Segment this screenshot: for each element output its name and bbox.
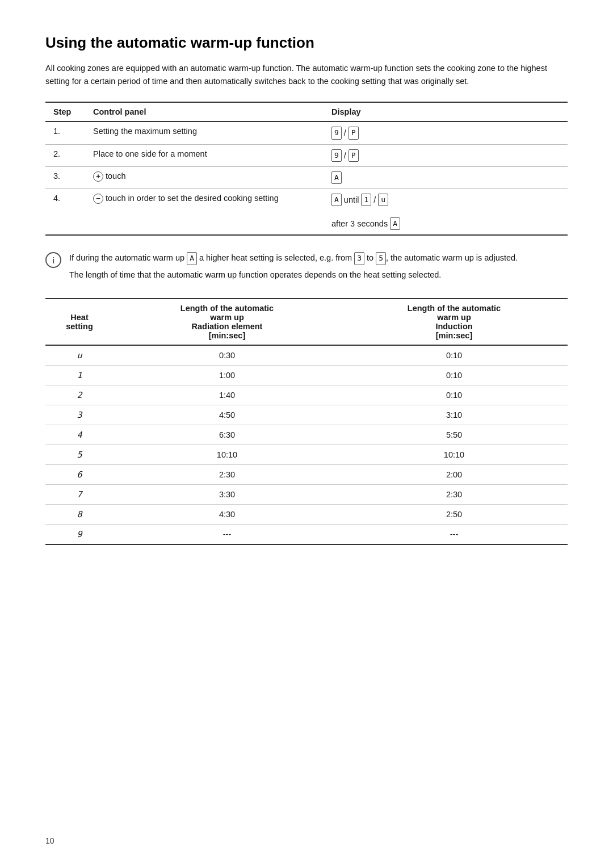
display-icon-1: 1 [361, 194, 371, 206]
radiation-value: 3:30 [114, 485, 341, 505]
table-row: 4. − touch in order to set the desired c… [45, 188, 568, 235]
info-icon: i [45, 252, 61, 268]
table-row: 1. Setting the maximum setting 9 / P [45, 121, 568, 144]
display-icon-Pb: P [349, 149, 359, 162]
page-number: 10 [45, 836, 54, 845]
plus-operator: + [93, 171, 103, 182]
radiation-value: 10:10 [114, 445, 341, 465]
step-number: 3. [45, 166, 85, 188]
step-display: A [324, 166, 568, 188]
table-row: 3. + touch A [45, 166, 568, 188]
info-box: i If during the automatic warm up A a hi… [45, 251, 568, 282]
heat-setting-value: 5 [45, 445, 114, 465]
display-icon-9: 9 [331, 127, 342, 139]
step-number: 2. [45, 144, 85, 166]
display-icon-A: A [331, 171, 342, 184]
display-icon-A2: A [331, 194, 342, 206]
step-number: 4. [45, 188, 85, 235]
heat-header-induction: Length of the automaticwarm upInduction[… [341, 299, 568, 345]
step-display: A until 1 / u after 3 seconds A [324, 188, 568, 235]
step-display: 9 / P [324, 144, 568, 166]
steps-header-control: Control panel [85, 102, 324, 121]
table-row: 5 10:10 10:10 [45, 445, 568, 465]
heat-setting-value: 7 [45, 485, 114, 505]
table-row: 9 --- --- [45, 525, 568, 545]
display-icon-9b: 9 [331, 149, 342, 162]
step-control: Setting the maximum setting [85, 121, 324, 144]
heat-setting-value: 3 [45, 405, 114, 425]
radiation-value: 6:30 [114, 425, 341, 445]
table-row: 7 3:30 2:30 [45, 485, 568, 505]
heat-setting-value: 4 [45, 425, 114, 445]
display-icon-5-info: 5 [376, 252, 386, 265]
info-text: If during the automatic warm up A a high… [69, 251, 518, 282]
heat-setting-value: 9 [45, 525, 114, 545]
step-control: + touch [85, 166, 324, 188]
table-row: 2 1:40 0:10 [45, 385, 568, 405]
radiation-value: 4:30 [114, 505, 341, 525]
table-row: 4 6:30 5:50 [45, 425, 568, 445]
display-icon-A-info: A [187, 252, 197, 265]
induction-value: 3:10 [341, 405, 568, 425]
table-row: 6 2:30 2:00 [45, 465, 568, 485]
intro-paragraph: All cooking zones are equipped with an a… [45, 62, 568, 88]
table-row: 2. Place to one side for a moment 9 / P [45, 144, 568, 166]
display-icon-A3: A [390, 217, 400, 230]
radiation-value: 4:50 [114, 405, 341, 425]
step-number: 1. [45, 121, 85, 144]
induction-value: 2:00 [341, 465, 568, 485]
induction-value: 0:10 [341, 366, 568, 385]
induction-value: --- [341, 525, 568, 545]
induction-value: 10:10 [341, 445, 568, 465]
step-control: Place to one side for a moment [85, 144, 324, 166]
radiation-value: 0:30 [114, 345, 341, 366]
induction-value: 0:10 [341, 385, 568, 405]
radiation-value: 1:00 [114, 366, 341, 385]
radiation-value: 1:40 [114, 385, 341, 405]
display-icon-u: u [378, 194, 388, 206]
minus-operator: − [93, 194, 103, 204]
heat-setting-value: u [45, 345, 114, 366]
table-row: 8 4:30 2:50 [45, 505, 568, 525]
steps-table: Step Control panel Display 1. Setting th… [45, 102, 568, 236]
heat-setting-value: 2 [45, 385, 114, 405]
induction-value: 0:10 [341, 345, 568, 366]
step-control: − touch in order to set the desired cook… [85, 188, 324, 235]
heat-header-setting: Heatsetting [45, 299, 114, 345]
induction-value: 2:50 [341, 505, 568, 525]
induction-value: 2:30 [341, 485, 568, 505]
step-display: 9 / P [324, 121, 568, 144]
heat-setting-value: 1 [45, 366, 114, 385]
heat-header-radiation: Length of the automaticwarm upRadiation … [114, 299, 341, 345]
table-row: u 0:30 0:10 [45, 345, 568, 366]
heat-table: Heatsetting Length of the automaticwarm … [45, 298, 568, 545]
steps-header-step: Step [45, 102, 85, 121]
display-icon-P: P [349, 127, 359, 139]
table-row: 1 1:00 0:10 [45, 366, 568, 385]
heat-setting-value: 6 [45, 465, 114, 485]
radiation-value: --- [114, 525, 341, 545]
display-icon-3-info: 3 [354, 252, 364, 265]
page-title: Using the automatic warm-up function [45, 34, 568, 52]
induction-value: 5:50 [341, 425, 568, 445]
radiation-value: 2:30 [114, 465, 341, 485]
table-row: 3 4:50 3:10 [45, 405, 568, 425]
heat-setting-value: 8 [45, 505, 114, 525]
steps-header-display: Display [324, 102, 568, 121]
